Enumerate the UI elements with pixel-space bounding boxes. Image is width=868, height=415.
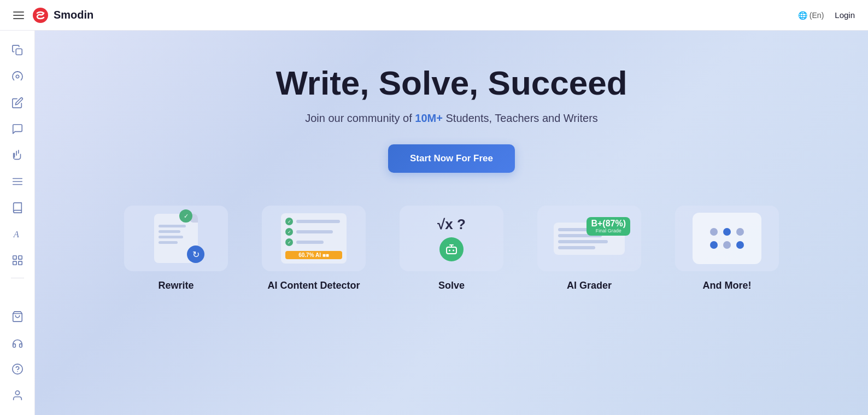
hamburger-menu-button[interactable] <box>13 11 24 19</box>
svg-rect-8 <box>18 256 21 259</box>
svg-rect-15 <box>447 247 456 254</box>
hero-subtitle: Join our community of 10M+ Students, Tea… <box>305 112 598 125</box>
main-content: Write, Solve, Succeed Join our community… <box>35 31 868 415</box>
det-bar1 <box>296 220 340 223</box>
svg-point-12 <box>12 364 22 374</box>
svg-rect-10 <box>18 261 21 265</box>
ai-percentage-badge: 60.7% AI ■■ <box>285 251 342 259</box>
solve-robot-icon <box>439 237 464 261</box>
grader-line3 <box>558 240 608 243</box>
detector-inner: ✓ ✓ ✓ 60.7% AI ■■ <box>281 213 347 264</box>
grader-line4 <box>558 246 595 249</box>
grader-inner: B+(87%) Final Grade <box>554 223 625 255</box>
feature-card-grader: B+(87%) Final Grade AI Grader <box>529 206 649 291</box>
navbar-left: Smodin <box>13 7 93 24</box>
detector-row1: ✓ <box>285 218 342 225</box>
dot1 <box>710 228 718 236</box>
dot2 <box>723 228 731 236</box>
solve-illustration: √x ? <box>400 206 503 271</box>
sidebar-item-profile[interactable] <box>7 384 28 406</box>
svg-text:A: A <box>13 229 19 239</box>
line4 <box>159 241 178 244</box>
svg-point-14 <box>15 391 19 395</box>
svg-point-17 <box>453 249 454 251</box>
hero-section: Write, Solve, Succeed Join our community… <box>275 63 627 173</box>
svg-rect-9 <box>13 261 16 265</box>
svg-point-2 <box>16 75 19 78</box>
grade-sub-text: Final Grade <box>596 228 621 233</box>
sidebar-item-chat[interactable] <box>7 118 28 140</box>
rewrite-illustration: ↻ ✓ <box>124 206 228 271</box>
det-bar2 <box>296 230 333 233</box>
svg-rect-1 <box>16 49 22 55</box>
navbar-right: 🌐 (En) Login <box>798 10 855 20</box>
dot3 <box>736 228 744 236</box>
sidebar-item-hand[interactable] <box>7 144 28 166</box>
line3 <box>159 236 183 238</box>
detector-row2: ✓ <box>285 228 342 236</box>
logo-text: Smodin <box>54 9 93 21</box>
solve-math-text: √x ? <box>437 216 466 233</box>
rewrite-label: Rewrite <box>158 280 193 291</box>
sidebar-item-help[interactable] <box>7 358 28 380</box>
sidebar-item-rewrite[interactable] <box>7 66 28 87</box>
detector-label: AI Content Detector <box>267 280 360 291</box>
grade-value: B+(87%) <box>591 219 626 228</box>
sidebar-item-list[interactable] <box>7 171 28 192</box>
more-illustration <box>675 206 779 271</box>
detector-illustration: ✓ ✓ ✓ 60.7% AI ■■ <box>262 206 366 271</box>
more-dots-grid <box>706 224 748 253</box>
feature-card-solve: √x ? Solve <box>391 206 512 291</box>
feature-card-detector: ✓ ✓ ✓ 60.7% AI ■■ AI C <box>254 206 374 291</box>
dot5 <box>723 241 731 249</box>
line2 <box>159 230 180 233</box>
sidebar-item-cart[interactable] <box>7 306 28 328</box>
more-inner <box>693 213 761 264</box>
det-check1: ✓ <box>285 218 293 225</box>
feature-card-more: And More! <box>667 206 787 291</box>
smodin-logo-icon <box>32 7 49 24</box>
grader-label: AI Grader <box>567 280 612 291</box>
sidebar-item-font[interactable]: A <box>7 223 28 245</box>
grader-illustration: B+(87%) Final Grade <box>537 206 641 271</box>
logo-container: Smodin <box>32 7 93 24</box>
more-label: And More! <box>703 280 752 291</box>
svg-point-16 <box>449 249 450 251</box>
sidebar-item-edit[interactable] <box>7 92 28 114</box>
solve-label: Solve <box>438 280 465 291</box>
feature-card-rewrite: ↻ ✓ Rewrite <box>116 206 236 291</box>
dot6 <box>736 241 744 249</box>
solve-inner: √x ? <box>437 216 466 261</box>
sidebar-item-book[interactable] <box>7 197 28 219</box>
sidebar-item-support[interactable] <box>7 332 28 354</box>
start-now-button[interactable]: Start Now For Free <box>388 144 515 173</box>
det-check2: ✓ <box>285 228 293 236</box>
sidebar-divider <box>11 278 24 278</box>
sidebar-item-apps[interactable] <box>7 249 28 271</box>
grade-badge: B+(87%) Final Grade <box>587 217 630 236</box>
line1 <box>159 225 186 227</box>
rewrite-refresh-badge: ↻ <box>187 246 204 263</box>
svg-rect-7 <box>13 256 16 259</box>
det-bar3 <box>296 241 324 244</box>
det-check3: ✓ <box>285 238 293 246</box>
features-row: ↻ ✓ Rewrite ✓ <box>116 206 787 291</box>
navbar: Smodin 🌐 (En) Login <box>0 0 868 31</box>
sidebar-item-copy[interactable] <box>7 39 28 61</box>
login-button[interactable]: Login <box>835 10 855 20</box>
main-layout: A Write, Solve, Succeed <box>0 31 868 415</box>
language-button[interactable]: 🌐 (En) <box>798 11 824 20</box>
rewrite-lines <box>159 225 186 244</box>
dot4 <box>710 241 718 249</box>
hero-title: Write, Solve, Succeed <box>275 63 627 102</box>
sidebar: A <box>0 31 35 415</box>
detector-row3: ✓ <box>285 238 342 246</box>
sidebar-bottom <box>7 306 28 406</box>
